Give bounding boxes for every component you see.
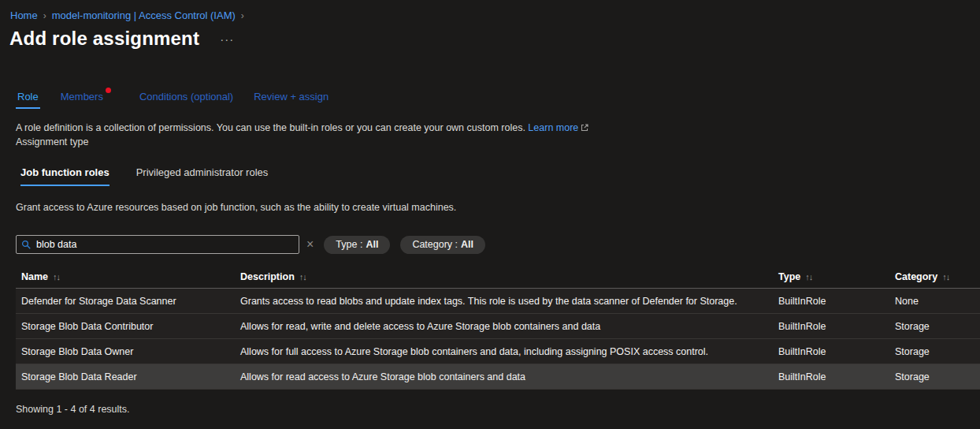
role-category: Storage	[895, 346, 980, 357]
role-type: BuiltInRole	[778, 371, 895, 382]
role-description: Allows for read, write and delete access…	[240, 321, 778, 332]
category-filter-label: Category :	[412, 239, 458, 250]
breadcrumb-home-link[interactable]: Home	[10, 9, 38, 21]
sort-icon: ↑↓	[942, 272, 949, 282]
roles-table-header: Name↑↓ Description↑↓ Type↑↓ Category↑↓	[16, 265, 980, 289]
role-name: Defender for Storage Data Scanner	[16, 296, 240, 307]
table-row[interactable]: Storage Blob Data Owner Allows for full …	[16, 339, 980, 364]
external-link-icon	[581, 122, 588, 136]
type-header-label: Type	[778, 271, 800, 282]
grant-access-description: Grant access to Azure resources based on…	[16, 202, 980, 213]
sort-icon: ↑↓	[53, 272, 60, 282]
description-header-label: Description	[240, 271, 295, 282]
tab-conditions[interactable]: Conditions (optional)	[139, 91, 233, 109]
role-search-box[interactable]	[16, 235, 299, 254]
category-filter-value: All	[461, 239, 473, 250]
search-input[interactable]	[36, 239, 294, 250]
column-header-type[interactable]: Type↑↓	[778, 271, 895, 282]
role-name: Storage Blob Data Reader	[16, 371, 240, 382]
category-filter-pill[interactable]: Category :All	[400, 236, 485, 254]
results-count: Showing 1 - 4 of 4 results.	[16, 404, 980, 415]
roles-table: Name↑↓ Description↑↓ Type↑↓ Category↑↓ D…	[16, 265, 980, 390]
tab-role[interactable]: Role	[16, 91, 40, 109]
alert-dot-icon	[106, 88, 111, 93]
role-name: Storage Blob Data Owner	[16, 346, 240, 357]
breadcrumb: Home › model-monitoring | Access Control…	[0, 0, 980, 21]
role-type-tabs: Job function roles Privileged administra…	[20, 166, 980, 186]
tab-review-assign[interactable]: Review + assign	[254, 91, 329, 109]
column-header-category[interactable]: Category↑↓	[895, 271, 980, 282]
sort-icon: ↑↓	[805, 272, 812, 282]
role-definition-description: A role definition is a collection of per…	[16, 121, 980, 136]
chevron-right-icon: ›	[43, 10, 46, 21]
clear-search-icon[interactable]: ×	[306, 238, 314, 251]
role-category: None	[895, 296, 980, 307]
breadcrumb-resource-link[interactable]: model-monitoring | Access Control (IAM)	[52, 9, 236, 21]
role-type: BuiltInRole	[778, 321, 895, 332]
role-definition-text: A role definition is a collection of per…	[16, 122, 525, 133]
page-title: Add role assignment	[9, 28, 199, 50]
role-description: Grants access to read blobs and update i…	[240, 296, 778, 307]
learn-more-link[interactable]: Learn more	[528, 122, 588, 133]
role-type: BuiltInRole	[778, 346, 895, 357]
table-row[interactable]: Defender for Storage Data Scanner Grants…	[16, 289, 980, 314]
chevron-right-icon: ›	[241, 10, 244, 21]
tab-members[interactable]: Members	[61, 91, 103, 109]
tab-privileged-admin-roles[interactable]: Privileged administrator roles	[136, 166, 269, 186]
column-header-name[interactable]: Name↑↓	[16, 271, 240, 282]
sort-icon: ↑↓	[299, 272, 306, 282]
role-name: Storage Blob Data Contributor	[16, 321, 240, 332]
search-icon	[21, 240, 32, 250]
tab-members-label: Members	[61, 91, 103, 103]
role-category: Storage	[895, 321, 980, 332]
type-filter-label: Type :	[336, 239, 362, 250]
table-row[interactable]: Storage Blob Data Contributor Allows for…	[16, 314, 980, 339]
role-category: Storage	[895, 371, 980, 382]
tab-job-function-roles[interactable]: Job function roles	[20, 166, 110, 186]
wizard-tabs: Role Members Conditions (optional) Revie…	[16, 91, 980, 109]
column-header-description[interactable]: Description↑↓	[240, 271, 778, 282]
learn-more-label: Learn more	[528, 122, 578, 133]
role-type: BuiltInRole	[778, 296, 895, 307]
role-description: Allows for read access to Azure Storage …	[240, 371, 778, 382]
type-filter-value: All	[366, 239, 378, 250]
table-row-selected[interactable]: Storage Blob Data Reader Allows for read…	[16, 364, 980, 390]
assignment-type-label: Assignment type	[16, 136, 980, 149]
more-options-button[interactable]: ···	[220, 32, 234, 46]
type-filter-pill[interactable]: Type :All	[324, 236, 390, 254]
name-header-label: Name	[21, 271, 48, 282]
role-description: Allows for full access to Azure Storage …	[240, 346, 778, 357]
category-header-label: Category	[895, 271, 937, 282]
